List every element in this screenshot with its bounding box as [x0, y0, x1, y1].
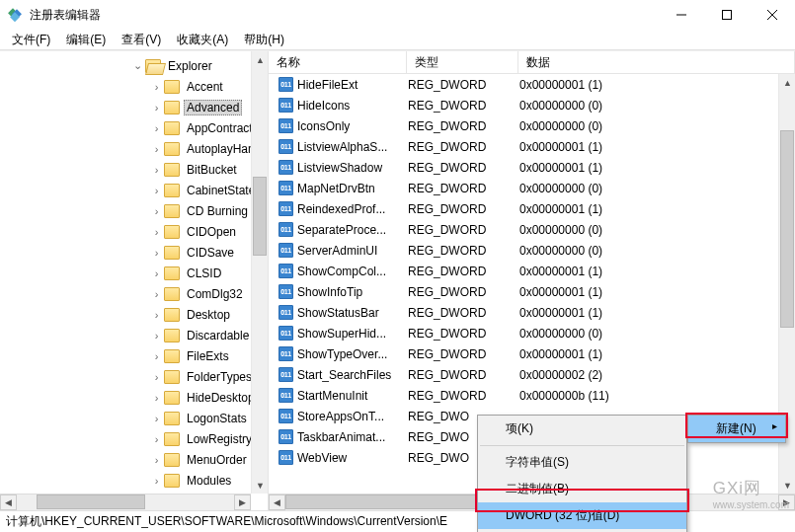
tree-item[interactable]: ›Desktop — [0, 304, 268, 325]
tree-item[interactable]: ›AppContract — [0, 117, 268, 138]
tree-root[interactable]: Explorer — [165, 58, 215, 74]
tree-toggle[interactable]: › — [149, 350, 164, 362]
tree-label[interactable]: Modules — [184, 473, 234, 489]
ctx-new[interactable]: 新建(N) — [688, 416, 785, 442]
tree-toggle[interactable]: › — [149, 122, 164, 134]
tree-item[interactable]: ›ComDlg32 — [0, 283, 268, 304]
tree-toggle[interactable]: › — [149, 185, 164, 196]
ctx-item[interactable]: 项(K) — [478, 416, 686, 442]
minimize-button[interactable] — [659, 0, 704, 30]
tree-toggle[interactable]: › — [149, 413, 164, 424]
context-menu-parent[interactable]: 新建(N) — [687, 415, 786, 443]
tree-label[interactable]: BitBucket — [184, 162, 240, 178]
list-row[interactable]: ReindexedProf...REG_DWORD0x00000001 (1) — [269, 198, 795, 219]
list-row[interactable]: MapNetDrvBtnREG_DWORD0x00000000 (0) — [269, 178, 795, 198]
scroll-left-button[interactable]: ◀ — [0, 494, 17, 510]
tree-label[interactable]: AppContract — [184, 120, 256, 136]
list-row[interactable]: IconsOnlyREG_DWORD0x00000000 (0) — [269, 115, 795, 136]
tree-label[interactable]: Discardable — [184, 328, 252, 343]
tree-toggle[interactable]: › — [149, 247, 164, 259]
tree-label[interactable]: CIDOpen — [184, 224, 239, 240]
tree-label[interactable]: FileExts — [184, 348, 232, 364]
tree-label[interactable]: FolderTypes — [184, 369, 255, 385]
menu-edit[interactable]: 编辑(E) — [58, 30, 114, 50]
list-row[interactable]: SeparateProce...REG_DWORD0x00000000 (0) — [269, 219, 795, 240]
col-type[interactable]: 类型 — [407, 51, 518, 73]
tree-toggle[interactable]: › — [149, 433, 164, 445]
ctx-item[interactable]: 二进制值(B) — [478, 476, 686, 502]
tree-label[interactable]: CD Burning — [184, 203, 251, 219]
folder-icon — [164, 349, 180, 363]
tree-hscroll[interactable]: ◀ ▶ — [0, 494, 251, 510]
menu-file[interactable]: 文件(F) — [4, 30, 58, 50]
ctx-item[interactable]: DWORD (32 位)值(D) — [478, 502, 686, 529]
tree-label[interactable]: MenuOrder — [184, 452, 250, 468]
list-row[interactable]: ShowCompCol...REG_DWORD0x00000001 (1) — [269, 261, 795, 281]
tree-item[interactable]: ›BitBucket — [0, 159, 268, 180]
list-row[interactable]: ShowInfoTipREG_DWORD0x00000001 (1) — [269, 281, 795, 302]
list-row[interactable]: ListviewAlphaS...REG_DWORD0x00000001 (1) — [269, 136, 795, 157]
list-row[interactable]: StartMenuInitREG_DWORD0x0000000b (11) — [269, 385, 795, 406]
list-row[interactable]: ListviewShadowREG_DWORD0x00000001 (1) — [269, 157, 795, 178]
tree-item[interactable]: ›CabinetState — [0, 180, 268, 200]
tree-item[interactable]: ›FolderTypes — [0, 366, 268, 387]
tree-toggle[interactable]: › — [149, 81, 164, 93]
tree-label[interactable]: Advanced — [184, 100, 242, 115]
tree-label[interactable]: CLSID — [184, 266, 224, 281]
list-row[interactable]: HideFileExtREG_DWORD0x00000001 (1) — [269, 74, 795, 95]
list-row[interactable]: ShowSuperHid...REG_DWORD0x00000000 (0) — [269, 323, 795, 343]
list-row[interactable]: ShowStatusBarREG_DWORD0x00000001 (1) — [269, 302, 795, 323]
tree-item[interactable]: ›Advanced — [0, 97, 268, 117]
tree-item[interactable]: ›CIDSave — [0, 242, 268, 263]
tree-toggle[interactable]: › — [149, 102, 164, 114]
tree-toggle[interactable]: › — [149, 226, 164, 238]
tree-toggle[interactable]: › — [149, 475, 164, 487]
list-row[interactable]: ServerAdminUIREG_DWORD0x00000000 (0) — [269, 240, 795, 261]
tree-toggle[interactable]: › — [149, 392, 164, 404]
menu-favorites[interactable]: 收藏夹(A) — [169, 30, 236, 50]
tree-item[interactable]: ›HideDesktopI — [0, 387, 268, 408]
close-button[interactable] — [750, 0, 795, 30]
tree-label[interactable]: CabinetState — [184, 183, 258, 198]
tree-item[interactable]: ›Modules — [0, 470, 268, 491]
tree-toggle[interactable]: › — [149, 309, 164, 321]
tree-toggle[interactable]: › — [149, 330, 164, 342]
tree-toggle[interactable]: › — [149, 288, 164, 300]
tree-item[interactable]: ›CLSID — [0, 263, 268, 283]
tree-item[interactable]: ›LowRegistry — [0, 428, 268, 449]
tree-item[interactable]: ›AutoplayHand — [0, 138, 268, 159]
tree-toggle[interactable]: › — [149, 371, 164, 383]
tree-item[interactable]: ›CD Burning — [0, 200, 268, 221]
menu-view[interactable]: 查看(V) — [114, 30, 169, 50]
tree-toggle[interactable]: › — [149, 205, 164, 217]
maximize-button[interactable] — [704, 0, 750, 30]
tree-toggle[interactable]: › — [149, 143, 164, 155]
scroll-right-button[interactable]: ▶ — [234, 494, 251, 510]
tree-toggle[interactable]: › — [149, 267, 164, 279]
tree-item[interactable]: ›LogonStats — [0, 408, 268, 428]
tree-item[interactable]: ›MenuOrder — [0, 449, 268, 470]
tree-item[interactable]: ›FileExts — [0, 345, 268, 366]
tree-item[interactable]: ›CIDOpen — [0, 221, 268, 242]
tree-label[interactable]: ComDlg32 — [184, 286, 246, 302]
tree-label[interactable]: Accent — [184, 79, 226, 95]
list-row[interactable]: HideIconsREG_DWORD0x00000000 (0) — [269, 95, 795, 115]
tree-label[interactable]: HideDesktopI — [184, 390, 261, 406]
tree-toggle[interactable]: ⌄ — [130, 59, 145, 72]
tree-label[interactable]: CIDSave — [184, 245, 237, 261]
ctx-item[interactable]: 字符串值(S) — [478, 449, 686, 476]
scroll-left-button[interactable]: ◀ — [269, 494, 285, 510]
tree-vscroll[interactable]: ▲ ▼ — [251, 51, 268, 494]
menu-help[interactable]: 帮助(H) — [236, 30, 292, 50]
col-name[interactable]: 名称 — [269, 51, 407, 73]
tree-label[interactable]: LowRegistry — [184, 431, 255, 447]
list-row[interactable]: Start_SearchFilesREG_DWORD0x00000002 (2) — [269, 364, 795, 385]
tree-toggle[interactable]: › — [149, 164, 164, 176]
tree-item[interactable]: ›Accent — [0, 76, 268, 97]
tree-label[interactable]: LogonStats — [184, 411, 250, 426]
tree-toggle[interactable]: › — [149, 454, 164, 466]
tree-item[interactable]: ›Discardable — [0, 325, 268, 345]
tree-label[interactable]: Desktop — [184, 307, 233, 323]
col-data[interactable]: 数据 — [518, 51, 795, 73]
list-row[interactable]: ShowTypeOver...REG_DWORD0x00000001 (1) — [269, 343, 795, 364]
